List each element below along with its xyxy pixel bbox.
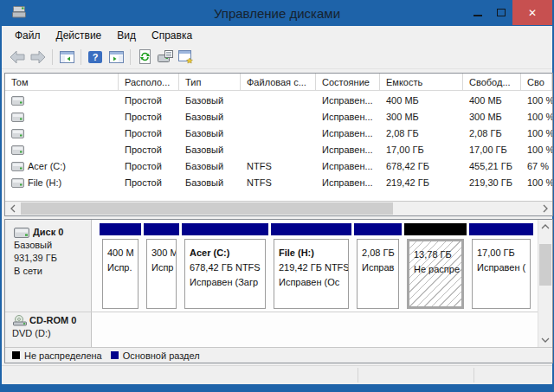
table-row[interactable]: Acer (C:) Простой Базовый NTFS Исправен.… xyxy=(5,157,552,173)
partition-size: 2,08 ГБ xyxy=(362,246,396,260)
titlebar[interactable]: Управление дисками ✕ xyxy=(2,0,552,26)
cdrom-icon xyxy=(12,315,28,326)
column-header-layout[interactable]: Располо... xyxy=(119,74,179,90)
column-header-capacity[interactable]: Емкость xyxy=(380,74,463,90)
table-row[interactable]: Простой Базовый Исправен... 400 МБ 400 М… xyxy=(5,91,552,107)
show-console-tree-button[interactable] xyxy=(56,47,77,67)
back-arrow-icon xyxy=(10,50,25,64)
cdrom-media: DVD (D:) xyxy=(12,327,92,340)
partition-header xyxy=(469,223,533,235)
vertical-scrollbar[interactable] xyxy=(538,220,552,347)
partition-size: 219,42 ГБ NTFS xyxy=(279,260,346,275)
help-button[interactable]: ? xyxy=(85,47,106,67)
show-action-pane-button[interactable] xyxy=(106,47,126,67)
scroll-right-button[interactable] xyxy=(538,202,552,215)
table-row[interactable]: Простой Базовый Исправен... 2,08 ГБ 2,08… xyxy=(5,124,552,140)
partition-file-h[interactable]: File (H:) 219,42 ГБ NTFS Исправен (Ос xyxy=(271,223,351,311)
horizontal-scroll-thumb[interactable] xyxy=(21,202,393,215)
row-divider xyxy=(5,312,538,312)
scroll-down-button[interactable] xyxy=(538,333,552,347)
partition-status: Исправен ( xyxy=(477,260,528,275)
primary-partition-swatch xyxy=(111,351,119,359)
partition-name: File (H:) xyxy=(279,246,346,260)
table-row[interactable]: File (H:) Простой Базовый NTFS Исправен.… xyxy=(5,173,552,190)
partition-status: Не распре xyxy=(414,262,460,277)
disk0-name: Диск 0 xyxy=(33,226,63,239)
partition-size: 678,42 ГБ NTFS xyxy=(190,260,263,275)
manage-window-button[interactable] xyxy=(176,47,196,67)
partition-recovery-400mb[interactable]: 400 М Испр. xyxy=(100,223,141,311)
partition-header xyxy=(354,223,402,235)
cdrom-panel[interactable]: CD-ROM 0 DVD (D:) xyxy=(5,314,92,340)
partition-header xyxy=(100,223,141,235)
help-icon: ? xyxy=(88,51,102,63)
chevron-right-icon xyxy=(542,204,549,213)
column-header-type[interactable]: Тип xyxy=(179,74,241,90)
partition-17gb[interactable]: 17,00 ГБ Исправен ( xyxy=(469,223,533,311)
minimize-button[interactable] xyxy=(466,0,489,25)
volume-list-pane: Том Располо... Тип Файловая с... Состоян… xyxy=(4,73,553,216)
scroll-up-button[interactable] xyxy=(538,220,552,234)
forward-button[interactable] xyxy=(28,47,48,67)
menu-file[interactable]: Файл xyxy=(7,27,48,44)
close-button[interactable]: ✕ xyxy=(512,0,552,25)
disk-actions-button[interactable] xyxy=(155,47,176,67)
disk0-status: В сети xyxy=(14,265,91,278)
vertical-scroll-thumb[interactable] xyxy=(539,244,551,286)
partition-status: Испр xyxy=(151,260,174,275)
column-header-free[interactable]: Свобод... xyxy=(463,74,521,90)
column-header-volume[interactable]: Том xyxy=(5,74,119,90)
partition-size: 400 М xyxy=(107,246,136,260)
partition-header xyxy=(144,223,179,235)
partition-header xyxy=(182,223,268,235)
volume-icon xyxy=(11,145,24,155)
menu-action[interactable]: Действие xyxy=(48,27,110,44)
close-icon: ✕ xyxy=(528,7,537,19)
volume-name: Acer (C:) xyxy=(28,161,66,171)
refresh-button[interactable] xyxy=(134,47,155,67)
menu-view[interactable]: Вид xyxy=(109,27,144,44)
caption-buttons: ✕ xyxy=(466,0,552,25)
legend-item-unallocated: Не распределена xyxy=(12,350,102,361)
partition-header xyxy=(271,223,351,235)
partition-unallocated[interactable]: 13,78 ГБ Не распре xyxy=(404,223,467,311)
chevron-up-icon xyxy=(541,223,550,230)
column-header-free-pct[interactable]: Сво xyxy=(521,74,552,90)
unallocated-swatch xyxy=(12,351,20,359)
column-header-status[interactable]: Состояние xyxy=(316,74,380,90)
action-pane-icon xyxy=(109,51,124,63)
legend-item-primary: Основной раздел xyxy=(111,350,200,361)
horizontal-scrollbar[interactable] xyxy=(5,201,552,215)
back-button[interactable] xyxy=(7,47,28,67)
column-header-filesystem[interactable]: Файловая с... xyxy=(241,74,316,90)
table-row[interactable]: Простой Базовый Исправен... 300 МБ 300 М… xyxy=(5,107,552,124)
volume-icon xyxy=(11,178,24,188)
partition-2gb[interactable]: 2,08 ГБ Исправ xyxy=(354,223,402,311)
manage-window-icon xyxy=(178,50,194,64)
partition-status: Исправен (Загр xyxy=(190,275,263,290)
scroll-left-button[interactable] xyxy=(5,202,20,215)
maximize-button[interactable] xyxy=(489,0,512,25)
maximize-icon xyxy=(497,9,506,16)
disk0-size: 931,39 ГБ xyxy=(14,252,91,265)
toolbar: ? xyxy=(2,45,552,69)
partition-acer-c[interactable]: Acer (C:) 678,42 ГБ NTFS Исправен (Загр xyxy=(182,223,268,311)
statusbar-divider xyxy=(358,368,358,382)
disk0-type: Базовый xyxy=(14,239,91,252)
volume-icon xyxy=(11,112,24,122)
toolbar-separator xyxy=(52,49,53,65)
statusbar xyxy=(2,365,552,384)
legend-label: Не распределена xyxy=(24,350,102,361)
volume-icon xyxy=(11,96,24,106)
table-row[interactable]: Простой Базовый Исправен... 17,00 ГБ 17,… xyxy=(5,140,552,157)
partition-status: Испр. xyxy=(107,260,136,275)
partition-status: Исправ xyxy=(362,260,396,275)
disk0-panel[interactable]: Диск 0 Базовый 931,39 ГБ В сети xyxy=(5,220,91,278)
menu-help[interactable]: Справка xyxy=(144,27,200,44)
partition-name: Acer (C:) xyxy=(190,246,263,260)
disk-actions-icon xyxy=(158,50,173,64)
partition-size: 300 М xyxy=(151,246,174,260)
partition-efi-300mb[interactable]: 300 М Испр xyxy=(144,223,179,311)
minimize-icon xyxy=(473,15,482,16)
disk-icon xyxy=(14,228,29,238)
